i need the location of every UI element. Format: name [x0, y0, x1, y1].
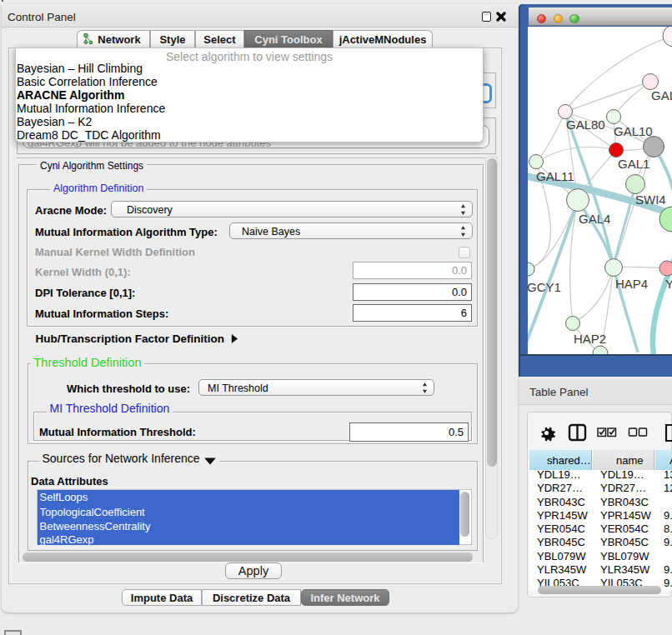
svg-text:GAL11: GAL11 [536, 169, 574, 183]
svg-text:GAL1: GAL1 [618, 157, 649, 171]
svg-text:HAP4: HAP4 [615, 277, 648, 291]
svg-text:GAL10: GAL10 [614, 124, 653, 138]
svg-text:GCY1: GCY1 [528, 280, 561, 294]
svg-text:GAL: GAL [651, 88, 672, 102]
svg-text:GAL4: GAL4 [579, 212, 610, 226]
svg-text:GAL80: GAL80 [566, 118, 605, 132]
svg-text:Y: Y [665, 277, 672, 291]
svg-text:HAP2: HAP2 [574, 332, 606, 346]
svg-text:SWI4: SWI4 [635, 192, 666, 207]
